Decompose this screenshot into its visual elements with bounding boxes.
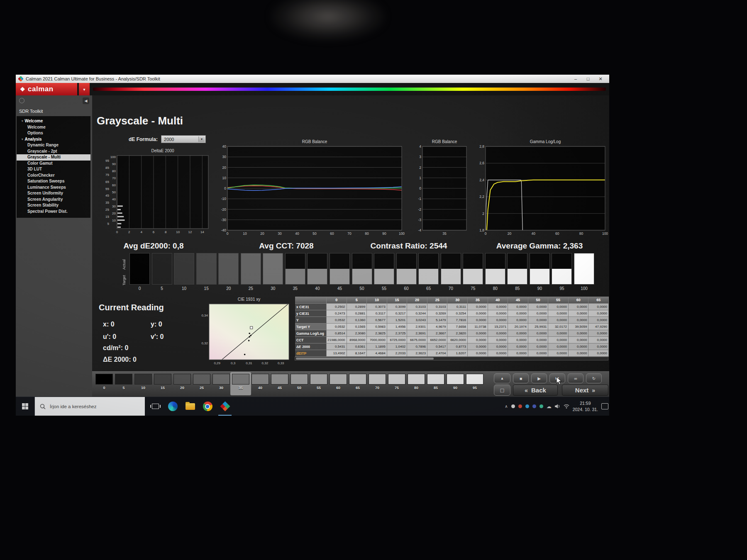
pattern-thumb-90[interactable] [447, 374, 464, 385]
pattern-thumb-30[interactable] [212, 374, 230, 385]
grayscale-patch-45 [330, 253, 350, 285]
table-cell: 3,0243 [407, 317, 427, 324]
sidebar-item-analysis[interactable]: ▾Analysis [17, 136, 90, 143]
back-button[interactable]: «Back [513, 385, 558, 396]
play-button[interactable]: ▶ [531, 373, 547, 383]
sidebar-item-saturation-sweeps[interactable]: Saturation Sweeps [17, 178, 90, 185]
table-cell: 6675,0000 [407, 337, 427, 343]
minimize-button[interactable]: – [569, 76, 582, 82]
sidebar-collapse-button[interactable]: ◀ [83, 97, 89, 104]
hidden-icons-button[interactable]: ∧ [505, 404, 508, 409]
stop-button[interactable]: ■ [513, 373, 529, 383]
refresh-button[interactable]: ↻ [586, 373, 602, 383]
sidebar-item-grayscale-multi[interactable]: Grayscale - Multi [17, 154, 90, 161]
sidebar-item-welcome[interactable]: ▾Welcome [17, 118, 90, 124]
pattern-thumb-60[interactable] [330, 374, 347, 385]
calman-logo[interactable]: ❖ calman [16, 83, 77, 95]
pattern-thumb-80[interactable] [408, 374, 425, 385]
sidebar-item-screen-stability[interactable]: Screen Stability [17, 202, 90, 209]
sidebar-item-color-gamut[interactable]: Color Gamut [17, 161, 90, 167]
table-column-header: 45 [508, 297, 528, 304]
sidebar-item-3d-lut[interactable]: 3D LUT [17, 166, 90, 173]
table-cell: 0,0000 [548, 330, 569, 337]
calman-taskbar-button[interactable] [217, 397, 233, 416]
tray-app-icon[interactable] [511, 404, 515, 408]
table-column-header: 15 [387, 297, 408, 304]
pattern-thumb-35[interactable] [232, 374, 249, 385]
sidebar-item-welcome[interactable]: Welcome [17, 124, 90, 131]
pattern-thumb-45[interactable] [271, 374, 288, 385]
eject-button[interactable]: ▲ [494, 373, 510, 383]
pattern-thumb-5[interactable] [115, 374, 132, 385]
pattern-thumb-25[interactable] [193, 374, 210, 385]
sidebar-item-screen-angularity[interactable]: Screen Angularity [17, 197, 90, 203]
strip-row-label-actual: Actual [122, 255, 126, 270]
pattern-thumb-85[interactable] [427, 374, 444, 385]
loop-button[interactable]: ∞ [568, 373, 583, 383]
speaker-icon[interactable] [555, 404, 560, 409]
brand-bar: ❖ calman ▾ [16, 83, 609, 95]
maximize-button[interactable]: □ [582, 76, 594, 82]
task-view-button[interactable] [147, 397, 164, 416]
pattern-thumb-0[interactable] [95, 374, 113, 385]
chrome-button[interactable] [199, 397, 216, 416]
table-cell: 0,1565 [347, 324, 367, 330]
pattern-thumb-15[interactable] [154, 374, 171, 385]
tray-app-icon[interactable] [525, 404, 529, 408]
svg-text:30: 30 [112, 205, 116, 208]
table-cell: 0,2881 [347, 310, 367, 317]
sidebar-item-colorchecker[interactable]: ColorChecker [17, 173, 90, 179]
tray-app-icon[interactable] [540, 404, 543, 408]
pattern-thumb-70[interactable] [369, 374, 386, 385]
sidebar-item-grayscale-2pt[interactable]: Grayscale - 2pt [17, 149, 90, 155]
table-scrollbar[interactable] [295, 357, 608, 360]
svg-text:2,4: 2,4 [479, 178, 484, 182]
edge-button[interactable] [164, 397, 181, 416]
pattern-window-button[interactable]: □ [494, 385, 510, 396]
tree-expand-icon[interactable]: ▾ [22, 119, 23, 122]
tray-app-icon[interactable] [532, 404, 536, 408]
stat-avg-cct-: Avg CCT: 7028 [259, 241, 313, 251]
close-button[interactable]: ✕ [594, 76, 607, 82]
pattern-thumb-55[interactable] [310, 374, 327, 385]
taskbar-clock[interactable]: 21:59 2024. 10. 31. [573, 400, 598, 412]
patch-actual-half [241, 253, 261, 269]
svg-text:1: 1 [419, 176, 421, 180]
table-scrollbar-thumb[interactable] [296, 358, 434, 360]
file-explorer-button[interactable] [182, 397, 198, 416]
tree-expand-icon[interactable]: ▾ [22, 138, 23, 141]
grayscale-patch-60 [396, 253, 417, 285]
patch-level-label: 85 [507, 286, 527, 291]
start-button[interactable] [16, 397, 34, 416]
onedrive-cloud-icon[interactable]: ☁ [547, 404, 552, 409]
grayscale-patch-15 [196, 253, 217, 285]
main-menu-button[interactable]: ▾ [79, 83, 90, 95]
table-cell: 2,3820 [447, 330, 468, 337]
pattern-thumb-50[interactable] [290, 374, 308, 385]
sidebar-item-spectral-power-dist-[interactable]: Spectral Power Dist. [17, 209, 90, 215]
chrome-icon [203, 402, 212, 411]
table-cell: 0,0000 [569, 304, 589, 310]
sidebar-item-dynamic-range[interactable]: Dynamic Range [17, 142, 90, 149]
chart-title: CIE 1931 xy [238, 297, 260, 302]
de-formula-select[interactable]: 2000 ▾ [161, 135, 206, 143]
sidebar-item-screen-uniformity[interactable]: Screen Uniformity [17, 190, 90, 197]
tray-app-icon[interactable] [518, 404, 522, 408]
deltae-chart: DeltaE 200010095908580757065605550454035… [98, 149, 211, 236]
table-cell: 39,5059 [569, 324, 589, 330]
pattern-thumb-75[interactable] [388, 374, 405, 385]
wifi-icon[interactable] [564, 404, 569, 409]
next-button[interactable]: Next» [562, 385, 608, 396]
pattern-thumb-40[interactable] [251, 374, 269, 385]
pattern-thumb-label: 40 [251, 386, 269, 390]
pattern-thumb-95[interactable] [466, 374, 483, 385]
pattern-thumb-10[interactable] [134, 374, 152, 385]
pattern-thumb-20[interactable] [173, 374, 191, 385]
action-center-button[interactable] [601, 403, 608, 409]
taskbar-search-input[interactable]: Írjon ide a kereséshez [34, 397, 145, 416]
task-view-icon [152, 404, 159, 409]
sidebar-item-luminance-sweeps[interactable]: Luminance Sweeps [17, 185, 90, 191]
sidebar-item-options[interactable]: Options [17, 130, 90, 136]
windows-logo-icon [22, 403, 29, 410]
pattern-thumb-65[interactable] [349, 374, 366, 385]
